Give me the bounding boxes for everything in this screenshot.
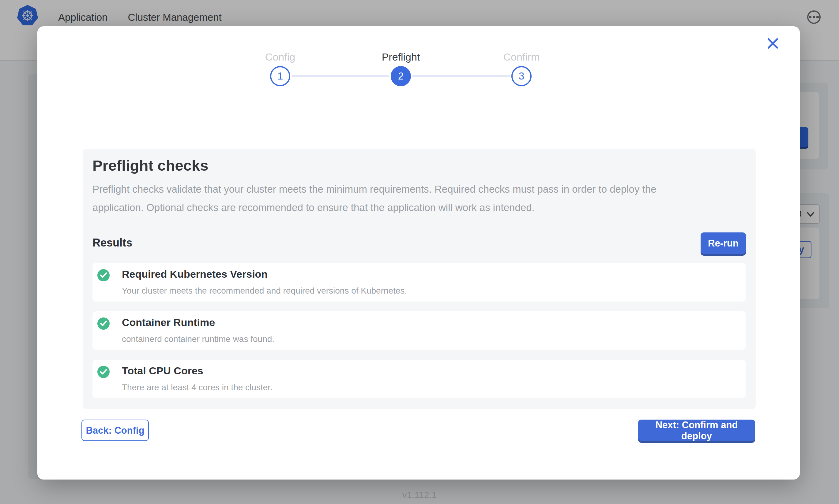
preflight-card: Preflight checks Preflight checks valida… (83, 149, 756, 409)
close-button[interactable] (766, 37, 780, 50)
screen: Application Cluster Management 0 y (0, 0, 839, 504)
close-icon (767, 37, 779, 50)
check-passed-icon (97, 366, 109, 378)
check-passed-icon (97, 269, 109, 281)
step-number: 2 (391, 66, 411, 86)
results-header: Results Re-run (92, 232, 746, 254)
step-preflight[interactable]: Preflight 2 (341, 51, 461, 86)
step-label: Confirm (503, 51, 540, 64)
preflight-wizard-modal: Config 1 Preflight 2 Confirm 3 Preflight… (37, 26, 800, 480)
check-title: Container Runtime (122, 316, 736, 330)
back-button[interactable]: Back: Config (82, 419, 149, 441)
step-connector (412, 75, 510, 77)
check-title: Required Kubernetes Version (122, 268, 736, 281)
step-config[interactable]: Config 1 (220, 51, 341, 86)
description-line: Preflight checks validate that your clus… (92, 180, 746, 198)
step-confirm[interactable]: Confirm 3 (461, 51, 582, 86)
check-passed-icon (97, 318, 109, 330)
description-line: application. Optional checks are recomme… (92, 198, 746, 217)
step-number: 3 (511, 66, 532, 86)
check-result-row: Required Kubernetes Version Your cluster… (92, 263, 746, 302)
next-button[interactable]: Next: Confirm and deploy (638, 419, 755, 441)
check-description: Your cluster meets the recommended and r… (122, 285, 736, 296)
step-label: Config (265, 51, 295, 64)
check-results-list: Required Kubernetes Version Your cluster… (92, 263, 746, 398)
wizard-stepper: Config 1 Preflight 2 Confirm 3 (220, 51, 582, 100)
results-heading: Results (92, 237, 132, 250)
step-number: 1 (270, 66, 290, 86)
check-description: There are at least 4 cores in the cluste… (122, 382, 736, 393)
step-connector (291, 75, 390, 77)
check-result-row: Container Runtime containerd container r… (92, 311, 746, 350)
modal-description: Preflight checks validate that your clus… (92, 180, 746, 217)
step-label: Preflight (382, 51, 420, 64)
rerun-button[interactable]: Re-run (701, 232, 746, 254)
check-title: Total CPU Cores (122, 364, 736, 378)
check-result-row: Total CPU Cores There are at least 4 cor… (92, 360, 746, 398)
check-description: containerd container runtime was found. (122, 334, 736, 344)
modal-title: Preflight checks (92, 157, 746, 174)
